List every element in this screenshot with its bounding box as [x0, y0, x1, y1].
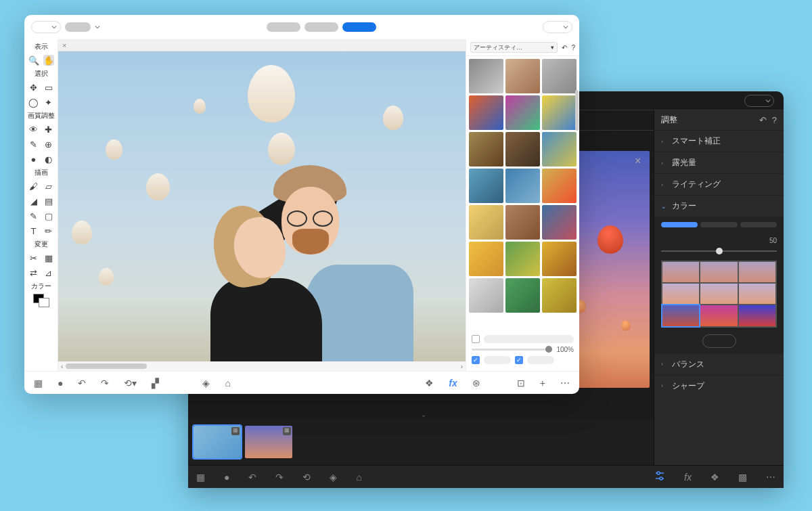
organizer-icon[interactable]: ◈: [330, 472, 337, 483]
zoom-tool-icon[interactable]: 🔍: [28, 55, 39, 66]
content-move-icon[interactable]: ⇄: [28, 267, 39, 278]
smart-brush-icon[interactable]: ✎: [28, 139, 39, 150]
heal-tool-icon[interactable]: ✚: [43, 124, 54, 135]
close-tab-icon[interactable]: ×: [62, 41, 66, 49]
adj-item-balance[interactable]: ›バランス: [654, 353, 784, 375]
collapse-bin-icon[interactable]: ⌄: [421, 411, 426, 418]
organizer-icon[interactable]: ◈: [202, 378, 210, 388]
menu-dropdown[interactable]: [31, 21, 61, 33]
effects-category-dropdown[interactable]: アーティスティ… ▾: [470, 42, 558, 53]
canvas[interactable]: [58, 51, 466, 361]
effect-thumb[interactable]: [542, 59, 577, 93]
eraser-tool-icon[interactable]: ▱: [43, 181, 54, 192]
recompose-tool-icon[interactable]: ▦: [43, 252, 54, 263]
effect-thumb[interactable]: [505, 169, 540, 203]
effect-thumb[interactable]: [469, 59, 503, 93]
hand-tool-icon[interactable]: ✋: [43, 55, 54, 66]
adj-item-color[interactable]: ⌄カラー: [654, 195, 784, 217]
adj-item-lighting[interactable]: ›ライティング: [654, 173, 784, 195]
undo-icon[interactable]: ↶: [248, 472, 256, 483]
effect-thumb[interactable]: [542, 169, 577, 203]
pencil-tool-icon[interactable]: ✏: [43, 225, 54, 236]
effects-scrollbar[interactable]: [575, 90, 579, 131]
adjustments-icon[interactable]: [654, 470, 665, 483]
color-swatch[interactable]: [33, 294, 49, 307]
effect-thumb[interactable]: [542, 242, 577, 276]
add-icon[interactable]: +: [540, 378, 545, 388]
redeye-tool-icon[interactable]: 👁: [28, 124, 39, 135]
effect-thumb[interactable]: [505, 205, 540, 240]
option-checkbox[interactable]: ✓: [515, 356, 523, 364]
color-preset-grid[interactable]: [661, 261, 777, 328]
intensity-slider[interactable]: [472, 349, 552, 351]
help-icon[interactable]: ?: [772, 115, 777, 125]
adj-item-exposure[interactable]: ›露光量: [654, 152, 784, 173]
effect-thumb[interactable]: [505, 132, 540, 166]
effect-thumb[interactable]: [505, 242, 540, 276]
effect-thumb[interactable]: [469, 132, 503, 166]
rotate-icon[interactable]: ⟲: [302, 472, 311, 483]
lasso-tool-icon[interactable]: ◯: [28, 97, 39, 108]
right-dropdown[interactable]: [543, 21, 572, 33]
effect-thumb[interactable]: [542, 95, 577, 130]
undo-icon[interactable]: ↶: [78, 378, 86, 388]
effect-thumb[interactable]: [469, 205, 503, 240]
eyedropper-tool-icon[interactable]: ✎: [28, 210, 39, 221]
layers-icon[interactable]: ❖: [425, 378, 434, 388]
home-icon[interactable]: ⌂: [225, 378, 230, 388]
move-tool-icon[interactable]: ✥: [28, 82, 39, 93]
marquee-tool-icon[interactable]: ▭: [43, 82, 54, 93]
fill-tool-icon[interactable]: ◢: [28, 196, 39, 206]
reset-button[interactable]: [702, 334, 736, 348]
more-icon[interactable]: ⋯: [560, 378, 570, 388]
layout-icon[interactable]: ▞: [152, 378, 159, 388]
blur-tool-icon[interactable]: ●: [28, 154, 39, 164]
bin-thumbnail[interactable]: ▦: [194, 426, 241, 458]
record-icon[interactable]: ●: [58, 378, 63, 388]
effect-thumb[interactable]: [505, 278, 540, 313]
home-icon[interactable]: ⌂: [356, 472, 361, 483]
redo-icon[interactable]: ↷: [275, 472, 284, 483]
effects-icon[interactable]: fx: [684, 472, 692, 483]
effect-thumb[interactable]: [542, 278, 577, 313]
effect-thumb[interactable]: [469, 278, 503, 313]
photo-bin-icon[interactable]: ▦: [34, 378, 43, 388]
brush-tool-icon[interactable]: 🖌: [28, 181, 39, 192]
straighten-tool-icon[interactable]: ⊿: [43, 267, 54, 278]
tab-pill[interactable]: [65, 22, 91, 32]
help-icon[interactable]: ?: [571, 44, 575, 51]
option-checkbox[interactable]: ✓: [472, 356, 480, 364]
text-tool-icon[interactable]: T: [28, 225, 39, 236]
option-checkbox[interactable]: [472, 335, 480, 343]
sponge-tool-icon[interactable]: ◐: [43, 154, 54, 164]
horizontal-scrollbar[interactable]: ‹›: [58, 361, 466, 371]
mode-tab[interactable]: [267, 22, 300, 32]
chevron-down-icon[interactable]: [95, 24, 100, 30]
effect-thumb[interactable]: [505, 95, 540, 130]
tag-icon[interactable]: ⊡: [517, 378, 525, 388]
photo-bin-icon[interactable]: ▦: [196, 472, 205, 483]
undo-icon[interactable]: ↶: [562, 44, 567, 51]
undo-icon[interactable]: ↶: [759, 115, 767, 125]
rotate-icon[interactable]: ⟲▾: [124, 378, 137, 388]
adj-item-smart[interactable]: ›スマート補正: [654, 130, 784, 152]
effect-thumb[interactable]: [469, 169, 503, 203]
mode-tab[interactable]: [304, 22, 338, 32]
effects-icon[interactable]: fx: [449, 378, 457, 388]
redo-icon[interactable]: ↷: [101, 378, 109, 388]
adj-item-sharp[interactable]: ›シャープ: [654, 375, 784, 397]
effect-thumb[interactable]: [469, 95, 503, 130]
wand-tool-icon[interactable]: ✦: [43, 97, 54, 108]
more-icon[interactable]: ⋯: [766, 472, 775, 483]
color-segments[interactable]: [661, 222, 777, 227]
effect-thumb[interactable]: [469, 242, 503, 276]
shape-tool-icon[interactable]: ▢: [43, 210, 54, 221]
dark-mode-dropdown[interactable]: [744, 95, 774, 107]
bin-thumbnail[interactable]: ▦: [245, 426, 292, 458]
grid-icon[interactable]: ▩: [738, 472, 747, 483]
mode-tab-active[interactable]: [342, 22, 376, 32]
crop-tool-icon[interactable]: ✂: [28, 252, 39, 263]
layers-icon[interactable]: ❖: [710, 472, 719, 483]
clone-tool-icon[interactable]: ⊕: [43, 139, 54, 150]
effect-thumb[interactable]: [542, 205, 577, 240]
